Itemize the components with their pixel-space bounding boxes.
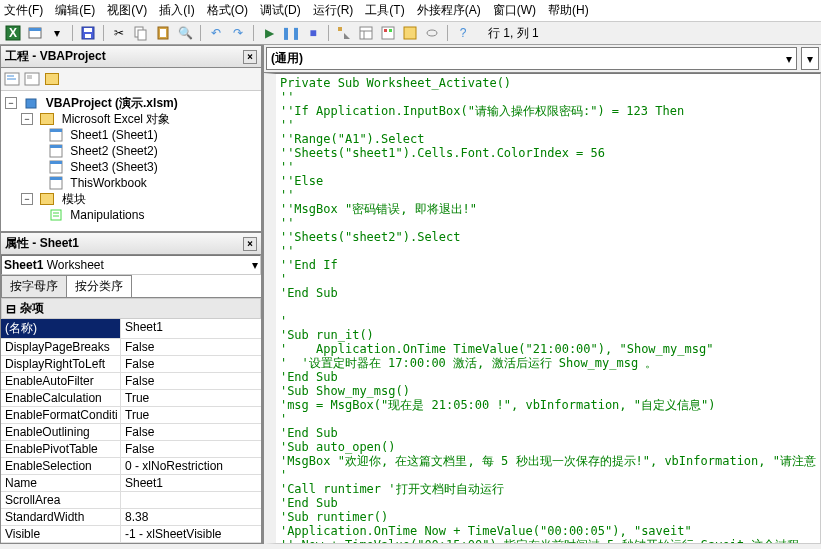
svg-rect-25 — [26, 99, 36, 108]
svg-rect-31 — [50, 161, 62, 164]
category-header[interactable]: ⊟杂项 — [1, 298, 261, 319]
tab-alphabetic[interactable]: 按字母序 — [1, 275, 67, 297]
tree-excel-folder[interactable]: − Microsoft Excel 对象 — [5, 111, 257, 127]
svg-rect-27 — [50, 129, 62, 132]
property-row[interactable]: NameSheet1 — [1, 475, 261, 492]
svg-rect-24 — [27, 75, 32, 79]
property-row[interactable]: EnableCalculationTrue — [1, 390, 261, 407]
tree-sheet[interactable]: Sheet2 (Sheet2) — [5, 143, 257, 159]
tree-sheet[interactable]: Sheet1 (Sheet1) — [5, 127, 257, 143]
menu-edit[interactable]: 编辑(E) — [55, 2, 95, 19]
svg-rect-5 — [84, 28, 92, 32]
project-tree[interactable]: − VBAProject (演示.xlsm) − Microsoft Excel… — [1, 91, 261, 227]
property-row[interactable]: ScrollArea — [1, 492, 261, 509]
svg-marker-11 — [338, 27, 342, 31]
object-selector[interactable]: Sheet1 Worksheet▾ — [1, 255, 261, 275]
property-row[interactable]: StandardWidth8.38 — [1, 509, 261, 526]
toolbar: X ▾ ✂ 🔍 ↶ ↷ ▶ ❚❚ ■ ? 行 1, 列 1 — [0, 22, 821, 45]
tree-workbook[interactable]: ThisWorkbook — [5, 175, 257, 191]
tree-root[interactable]: − VBAProject (演示.xlsm) — [5, 95, 257, 111]
properties-grid[interactable]: ⊟杂项 (名称)Sheet1DisplayPageBreaksFalseDisp… — [1, 298, 261, 543]
view-code-icon[interactable] — [3, 70, 21, 88]
view-icon[interactable] — [26, 24, 44, 42]
svg-rect-10 — [160, 29, 166, 37]
procedure-dropdown[interactable]: ▾ — [801, 47, 819, 70]
svg-rect-33 — [50, 177, 62, 180]
tab-categorized[interactable]: 按分类序 — [66, 275, 132, 297]
undo-icon[interactable]: ↶ — [207, 24, 225, 42]
object-browser-icon[interactable] — [401, 24, 419, 42]
tree-module[interactable]: Manipulations — [5, 207, 257, 223]
svg-rect-34 — [51, 210, 61, 220]
svg-marker-12 — [344, 33, 350, 39]
close-icon[interactable]: × — [243, 237, 257, 251]
close-icon[interactable]: × — [243, 50, 257, 64]
menu-addins[interactable]: 外接程序(A) — [417, 2, 481, 19]
help-icon[interactable]: ? — [454, 24, 472, 42]
stop-icon[interactable]: ■ — [304, 24, 322, 42]
svg-rect-17 — [384, 29, 387, 32]
cut-icon[interactable]: ✂ — [110, 24, 128, 42]
property-row[interactable]: EnableFormatConditiTrue — [1, 407, 261, 424]
dropdown-icon[interactable]: ▾ — [48, 24, 66, 42]
design-mode-icon[interactable] — [335, 24, 353, 42]
property-row[interactable]: (名称)Sheet1 — [1, 319, 261, 339]
pause-icon[interactable]: ❚❚ — [282, 24, 300, 42]
save-icon[interactable] — [79, 24, 97, 42]
menu-window[interactable]: 窗口(W) — [493, 2, 536, 19]
svg-rect-16 — [382, 27, 394, 39]
property-row[interactable]: DisplayRightToLeftFalse — [1, 356, 261, 373]
property-row[interactable]: DisplayPageBreaksFalse — [1, 339, 261, 356]
run-icon[interactable]: ▶ — [260, 24, 278, 42]
property-row[interactable]: EnablePivotTableFalse — [1, 441, 261, 458]
menu-debug[interactable]: 调试(D) — [260, 2, 301, 19]
folder-toggle-icon[interactable] — [43, 70, 61, 88]
redo-icon[interactable]: ↷ — [229, 24, 247, 42]
object-dropdown[interactable]: (通用)▾ — [266, 47, 797, 70]
svg-rect-29 — [50, 145, 62, 148]
menu-tools[interactable]: 工具(T) — [365, 2, 404, 19]
menu-file[interactable]: 文件(F) — [4, 2, 43, 19]
code-editor[interactable]: Private Sub Worksheet_Activate() '' ''If… — [264, 73, 821, 544]
property-row[interactable]: EnableOutliningFalse — [1, 424, 261, 441]
svg-rect-13 — [360, 27, 372, 39]
cursor-position: 行 1, 列 1 — [488, 25, 539, 42]
properties-panel-title: 属性 - Sheet1 × — [1, 233, 261, 255]
svg-rect-3 — [29, 28, 41, 31]
property-row[interactable]: EnableSelection0 - xlNoRestriction — [1, 458, 261, 475]
menu-run[interactable]: 运行(R) — [313, 2, 354, 19]
paste-icon[interactable] — [154, 24, 172, 42]
properties-icon[interactable] — [379, 24, 397, 42]
property-row[interactable]: Visible-1 - xlSheetVisible — [1, 526, 261, 543]
menu-view[interactable]: 视图(V) — [107, 2, 147, 19]
toolbox-icon[interactable] — [423, 24, 441, 42]
project-explorer-icon[interactable] — [357, 24, 375, 42]
menu-help[interactable]: 帮助(H) — [548, 2, 589, 19]
svg-text:X: X — [9, 26, 17, 40]
menu-format[interactable]: 格式(O) — [207, 2, 248, 19]
tree-sheet[interactable]: Sheet3 (Sheet3) — [5, 159, 257, 175]
project-panel-title: 工程 - VBAProject × — [1, 46, 261, 68]
svg-rect-18 — [389, 29, 392, 32]
copy-icon[interactable] — [132, 24, 150, 42]
find-icon[interactable]: 🔍 — [176, 24, 194, 42]
tree-modules-folder[interactable]: − 模块 — [5, 191, 257, 207]
property-row[interactable]: EnableAutoFilterFalse — [1, 373, 261, 390]
menu-insert[interactable]: 插入(I) — [159, 2, 194, 19]
svg-rect-8 — [138, 30, 146, 40]
view-object-icon[interactable] — [23, 70, 41, 88]
svg-rect-19 — [404, 27, 416, 39]
menu-bar: 文件(F) 编辑(E) 视图(V) 插入(I) 格式(O) 调试(D) 运行(R… — [0, 0, 821, 22]
excel-icon[interactable]: X — [4, 24, 22, 42]
svg-rect-6 — [85, 34, 91, 38]
